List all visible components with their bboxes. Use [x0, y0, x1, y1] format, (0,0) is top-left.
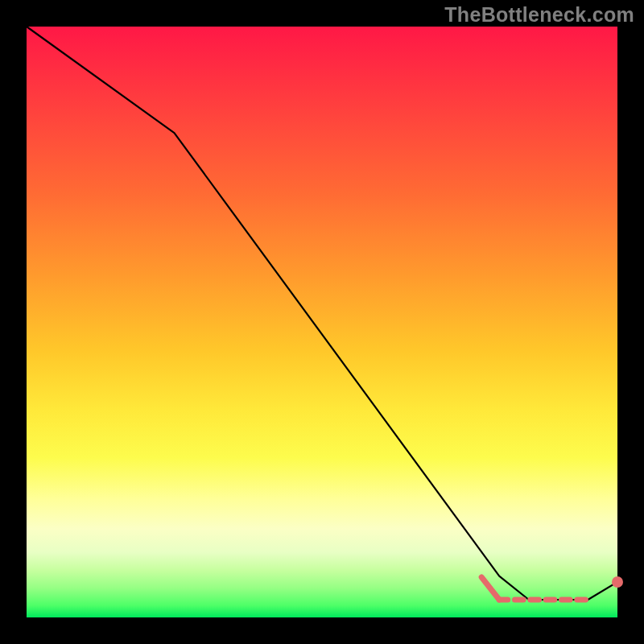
end-point-marker [612, 576, 623, 588]
line-series [27, 27, 617, 600]
chart-stage: TheBottleneck.com [0, 0, 644, 644]
svg-line-0 [481, 577, 499, 600]
highlight-dashes [481, 577, 585, 600]
chart-svg [0, 0, 644, 644]
